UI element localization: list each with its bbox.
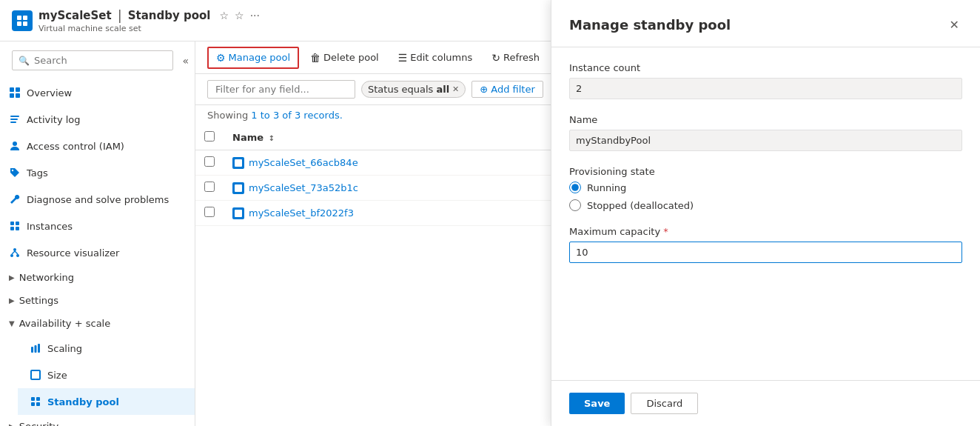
row-2-checkbox[interactable] — [204, 182, 215, 192]
panel-close-button[interactable]: ✕ — [947, 15, 962, 35]
panel-body: Instance count 2 Name myStandbyPool Prov… — [551, 47, 980, 380]
filter-tag-close[interactable]: ✕ — [452, 84, 459, 94]
sidebar-group-availability[interactable]: ▼ Availability + scale — [0, 312, 195, 335]
row-1-checkbox[interactable] — [204, 156, 215, 167]
records-link[interactable]: 1 to 3 of 3 records. — [251, 110, 343, 121]
max-capacity-input[interactable] — [569, 242, 962, 263]
panel-title: Manage standby pool — [569, 17, 731, 33]
star-icon[interactable]: ☆ — [220, 10, 229, 21]
svg-rect-2 — [17, 21, 21, 26]
sidebar-item-activity-log[interactable]: Activity log — [0, 106, 195, 133]
sidebar-group-label-networking: Networking — [19, 272, 74, 283]
delete-icon: 🗑 — [310, 52, 320, 64]
radio-running-input[interactable] — [569, 182, 581, 193]
manage-standby-pool-panel: Manage standby pool ✕ Instance count 2 N… — [551, 0, 980, 426]
radio-option-running[interactable]: Running — [569, 182, 962, 193]
svg-rect-7 — [16, 93, 20, 98]
svg-rect-5 — [16, 87, 20, 92]
delete-pool-button[interactable]: 🗑 Delete pool — [302, 47, 387, 68]
sidebar-group-label-availability: Availability + scale — [19, 318, 111, 329]
sidebar-item-tags[interactable]: Tags — [0, 159, 195, 186]
svg-point-18 — [10, 254, 13, 257]
add-filter-button[interactable]: ⊕ Add filter — [471, 81, 543, 98]
sidebar-item-standby-pool[interactable]: Standby pool — [18, 388, 195, 415]
provisioning-state-radio-group: Running Stopped (deallocated) — [569, 182, 962, 211]
columns-icon: ☰ — [398, 52, 408, 64]
size-icon — [30, 369, 41, 381]
instance-count-value: 2 — [569, 78, 962, 99]
svg-rect-6 — [10, 93, 14, 98]
refresh-icon: ↻ — [491, 52, 500, 64]
resource-name: myScaleSet — [38, 9, 112, 22]
sidebar: 🔍 « Overview Activity log Access control… — [0, 41, 195, 426]
sidebar-group-settings[interactable]: ▶ Settings — [0, 289, 195, 312]
manage-pool-button[interactable]: ⚙ Manage pool — [207, 47, 299, 69]
edit-columns-button[interactable]: ☰ Edit columns — [390, 47, 481, 68]
add-filter-icon: ⊕ — [480, 84, 488, 95]
more-icon[interactable]: ··· — [250, 10, 260, 21]
sidebar-item-access-control[interactable]: Access control (IAM) — [0, 133, 195, 159]
radio-stopped-label: Stopped (deallocated) — [587, 200, 694, 211]
sidebar-group-security[interactable]: ▶ Security — [0, 415, 195, 426]
collapse-icon[interactable]: « — [182, 55, 189, 67]
bookmark-icon[interactable]: ☆ — [235, 10, 244, 21]
sidebar-group-networking[interactable]: ▶ Networking — [0, 266, 195, 289]
svg-rect-0 — [17, 16, 21, 20]
log-icon — [9, 113, 21, 125]
discard-button[interactable]: Discard — [631, 393, 698, 414]
svg-rect-9 — [10, 119, 18, 120]
row-2-name-link[interactable]: myScaleSet_73a52b1c — [249, 182, 358, 193]
chevron-right-networking: ▶ — [9, 273, 15, 282]
select-all-header — [195, 125, 224, 150]
sidebar-item-instances[interactable]: Instances — [0, 213, 195, 239]
svg-rect-13 — [10, 222, 14, 225]
sidebar-item-scaling[interactable]: Scaling — [18, 335, 195, 362]
diagram-icon — [9, 247, 21, 259]
vm-icon-2 — [232, 182, 244, 194]
svg-point-12 — [12, 170, 13, 171]
svg-rect-22 — [31, 347, 33, 353]
row-1-checkbox-cell — [195, 150, 224, 176]
name-label: Name — [569, 114, 962, 125]
sidebar-item-diagnose[interactable]: Diagnose and solve problems — [0, 186, 195, 213]
filter-input[interactable] — [207, 80, 355, 99]
sidebar-item-label-overview: Overview — [27, 87, 72, 99]
radio-stopped-input[interactable] — [569, 199, 581, 211]
sidebar-item-resource-visualizer[interactable]: Resource visualizer — [0, 239, 195, 266]
chevron-down-availability: ▼ — [9, 319, 15, 327]
panel-header: Manage standby pool ✕ — [551, 0, 980, 47]
row-3-checkbox[interactable] — [204, 207, 215, 217]
header-separator: | — [118, 7, 122, 23]
svg-rect-15 — [10, 227, 14, 230]
search-box[interactable]: 🔍 — [12, 50, 173, 70]
svg-rect-29 — [36, 402, 40, 406]
sidebar-item-overview[interactable]: Overview — [0, 79, 195, 106]
row-1-name-link[interactable]: myScaleSet_66acb84e — [249, 157, 358, 168]
row-3-name-link[interactable]: myScaleSet_bf2022f3 — [249, 207, 354, 219]
radio-option-stopped[interactable]: Stopped (deallocated) — [569, 199, 962, 211]
refresh-button[interactable]: ↻ Refresh — [483, 47, 548, 68]
sidebar-item-label-access-control: Access control (IAM) — [27, 141, 124, 152]
svg-rect-25 — [31, 370, 40, 379]
search-input[interactable] — [34, 55, 167, 66]
name-value: myStandbyPool — [569, 130, 962, 151]
svg-point-11 — [13, 142, 17, 146]
status-filter-tag: Status equals all ✕ — [361, 81, 466, 98]
records-text: Showing 1 to 3 of 3 records. — [207, 110, 343, 121]
svg-rect-16 — [16, 227, 19, 230]
tag-icon — [9, 167, 21, 179]
svg-line-20 — [12, 251, 15, 254]
svg-rect-28 — [31, 402, 35, 406]
svg-rect-10 — [10, 122, 16, 123]
select-all-checkbox[interactable] — [204, 131, 215, 142]
svg-rect-23 — [35, 345, 37, 353]
instances-icon — [9, 220, 21, 232]
save-button[interactable]: Save — [569, 393, 625, 414]
svg-rect-1 — [23, 16, 27, 20]
sidebar-item-label-tags: Tags — [27, 167, 48, 179]
vm-icon-3 — [232, 207, 244, 219]
sidebar-item-size[interactable]: Size — [18, 362, 195, 388]
header-icons: ☆ ☆ ··· — [220, 10, 260, 21]
status-filter-value: all — [436, 84, 449, 95]
sidebar-item-label-diagnose: Diagnose and solve problems — [27, 194, 169, 205]
